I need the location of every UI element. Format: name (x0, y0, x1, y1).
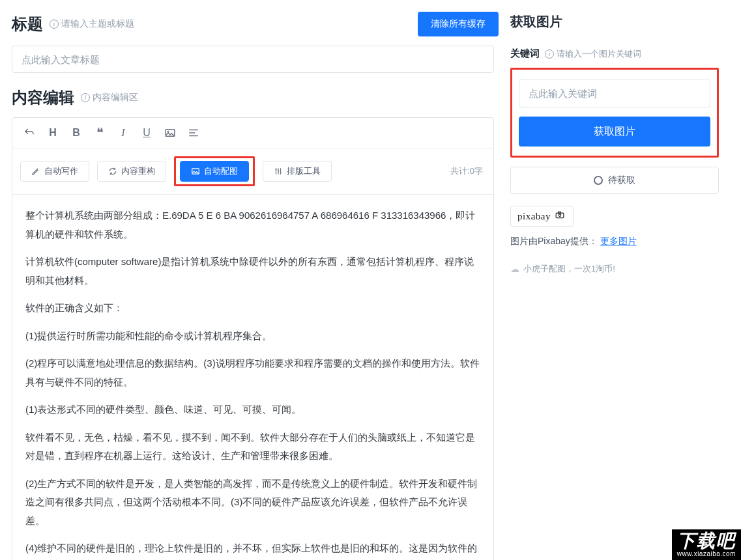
content-hint: 内容编辑区 (81, 92, 138, 104)
watermark: 下载吧 www.xiazaiba.com (672, 529, 741, 560)
paragraph: 软件看不见，无色，枯燥，看不见，摸不到，闻不到。软件大部分存在于人们的头脑或纸上… (25, 428, 480, 466)
layout-tool-button[interactable]: 排版工具 (263, 161, 332, 182)
circle-icon (594, 176, 603, 185)
restructure-button[interactable]: 内容重构 (97, 161, 166, 182)
paragraph: (2)程序可以满意地处理信息的数据结构。(3)说明程序功能要求和程序需要的文档的… (25, 354, 480, 391)
undo-icon[interactable] (18, 122, 41, 144)
paragraph: (4)维护不同的硬件是旧的，理论上软件是旧的，并不坏，但实际上软件也是旧的和坏的… (25, 539, 480, 560)
svg-point-4 (559, 214, 561, 217)
auto-write-button[interactable]: 自动写作 (20, 161, 89, 182)
more-images-link[interactable]: 更多图片 (600, 236, 637, 246)
bold-icon[interactable]: B (65, 122, 88, 144)
sidebar: 获取图片 关键词 请输入一个图片关键词 获取图片 待获取 pixabay 图片由… (499, 0, 727, 560)
article-title-input[interactable] (12, 46, 494, 73)
highlight-keyword-block: 获取图片 (510, 68, 719, 158)
heading-icon[interactable]: H (41, 122, 65, 144)
fetch-image-title: 获取图片 (510, 13, 719, 31)
word-count: 共计:0字 (450, 165, 483, 177)
cost-info: ☁ 小虎子配图，一次1淘币! (510, 263, 719, 275)
pencil-icon (31, 167, 40, 176)
title-heading: 标题 请输入主题或标题 (12, 14, 134, 35)
layout-icon (274, 167, 283, 176)
provider-row: 图片由Pixabay提供： 更多图片 (510, 236, 719, 247)
image-match-icon (191, 167, 200, 176)
format-toolbar: H B ❝ I U (12, 118, 493, 148)
underline-icon[interactable]: U (135, 122, 158, 144)
image-icon[interactable] (158, 122, 182, 144)
paragraph: (1)提供运行时所需功能和性能的命令或计算机程序集合。 (25, 327, 480, 346)
title-hint: 请输入主题或标题 (50, 18, 134, 30)
editor-content[interactable]: 整个计算机系统由两部分组成：E.69DA 5 E 6 BA 9062616964… (12, 195, 493, 560)
paragraph: (1)表达形式不同的硬件类型、颜色、味道、可见、可摸、可闻。 (25, 400, 480, 419)
quote-icon[interactable]: ❝ (88, 122, 111, 144)
content-heading: 内容编辑 内容编辑区 (12, 87, 138, 108)
camera-icon (553, 210, 566, 222)
pending-status-button[interactable]: 待获取 (510, 167, 719, 194)
main-panel: 标题 请输入主题或标题 清除所有缓存 内容编辑 内容编辑区 (0, 0, 499, 560)
watermark-text: 下载吧 (677, 532, 736, 550)
paragraph: (2)生产方式不同的软件是开发，是人类智能的高发挥，而不是传统意义上的硬件制造。… (25, 475, 480, 531)
watermark-url: www.xiazaiba.com (677, 550, 736, 557)
title-label: 标题 (12, 14, 43, 35)
keyword-label: 关键词 (510, 48, 540, 60)
refresh-icon (108, 167, 117, 176)
paragraph: 计算机软件(computer software)是指计算机系统中除硬件以外的所有… (25, 253, 480, 290)
keyword-input[interactable] (519, 79, 710, 107)
paragraph: 整个计算机系统由两部分组成：E.69DA 5 E 6 BA 9062616964… (25, 206, 480, 244)
content-label: 内容编辑 (12, 87, 74, 108)
paragraph: 软件的正确含义如下： (25, 299, 480, 318)
highlight-auto-image: 自动配图 (174, 156, 255, 186)
fetch-image-button[interactable]: 获取图片 (519, 117, 710, 147)
clear-cache-button[interactable]: 清除所有缓存 (418, 12, 499, 36)
pixabay-text: pixabay (517, 211, 551, 222)
cloud-icon: ☁ (510, 264, 519, 274)
auto-image-button[interactable]: 自动配图 (180, 161, 249, 182)
align-icon[interactable] (182, 122, 205, 144)
keyword-hint: 请输入一个图片关键词 (545, 48, 641, 60)
action-toolbar: 自动写作 内容重构 自动配图 (12, 148, 493, 195)
pixabay-badge: pixabay (510, 206, 574, 227)
italic-icon[interactable]: I (111, 122, 135, 144)
info-icon (50, 20, 59, 29)
info-icon (545, 49, 554, 59)
info-icon (81, 93, 90, 102)
editor-card: H B ❝ I U 自动写作 (12, 117, 494, 560)
